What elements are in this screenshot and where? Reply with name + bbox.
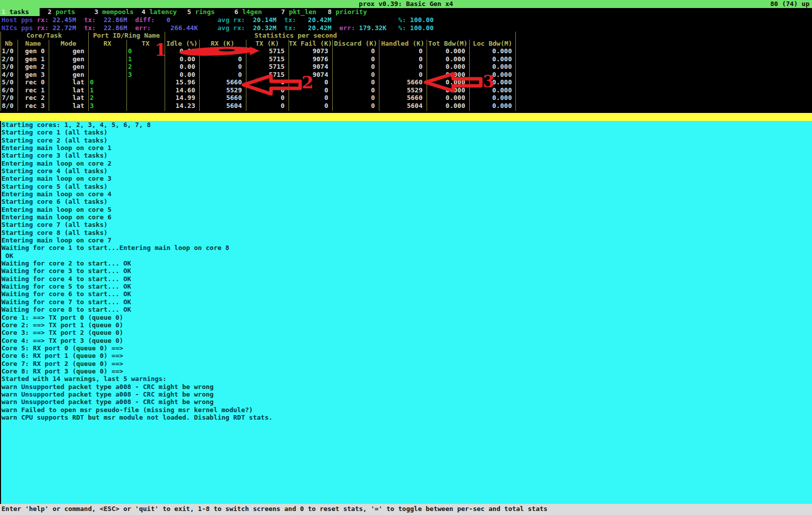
table-cell: 0 [332, 47, 379, 55]
tab-priority[interactable]: 8 priority [328, 8, 367, 16]
log-line: Core 3: ==> TX port 2 (queue 0) [2, 329, 123, 337]
log-line: warn Unsupported packet type a008 - CRC … [2, 383, 214, 391]
table-cell: 0 [199, 55, 246, 63]
table-cell: 0 [332, 102, 379, 110]
table-group-header: Core/Task [0, 32, 88, 40]
tab-pkt_len[interactable]: 7 pkt_len [281, 8, 316, 16]
log-line: Waiting for core 7 to start... OK [2, 298, 131, 306]
table-cell: 0.000 [469, 63, 516, 71]
tab-ports[interactable]: 2 ports [48, 8, 75, 16]
table-cell: 14.60 [165, 86, 199, 94]
stat-segment: 22.45M [53, 16, 76, 24]
prox-terminal: prox v0.39: Basic Gen x4 80 (74) up 1 ta… [0, 0, 812, 515]
table-cell: gen [49, 63, 88, 71]
tab-number: 6 [234, 8, 238, 16]
table-cell: lat [49, 86, 88, 94]
log-line: Waiting for core 5 to start... OK [2, 283, 131, 291]
log-line: Waiting for core 2 to start... OK [2, 260, 131, 268]
table-column-header: TX (K) [246, 40, 289, 48]
stat-segment: 100.00 [410, 16, 434, 24]
table-cell: 1 [126, 55, 165, 63]
table-cell: 0.000 [427, 71, 469, 79]
table-cell: lat [49, 94, 88, 102]
log-line: Starting core 4 (all tasks) [2, 167, 107, 175]
table-cell: 0 [246, 86, 289, 94]
table-cell: 0.000 [469, 47, 516, 55]
pps-stats-line: Host pps rx: 22.45M tx: 22.86M diff: 0 a… [2, 16, 434, 24]
table-cell: 5660 [199, 78, 246, 86]
table-cell [88, 47, 126, 55]
log-line: Entering main loop on core 4 [2, 190, 111, 198]
log-line: Starting core 2 (all tasks) [2, 137, 107, 145]
table-cell: rec 3 [18, 102, 49, 110]
table-column-header: Mode [49, 40, 88, 48]
table-cell: 5604 [199, 102, 246, 110]
tab-tasks[interactable]: 1 tasks [0, 8, 40, 16]
log-line: Core 8: RX port 3 (queue 0) ==> [2, 367, 123, 375]
table-cell: 9073 [289, 47, 332, 55]
stat-segment: tx: [76, 24, 104, 32]
table-cell: 5604 [379, 102, 427, 110]
log-line: Entering main loop on core 2 [2, 160, 111, 168]
tab-label: priority [336, 8, 367, 16]
stat-segment: 100.00 [410, 24, 434, 32]
table-cell: 4/0 [0, 71, 18, 79]
table-cell: 5660 [379, 94, 427, 102]
table-cell: 14.99 [165, 94, 199, 102]
table-cell: 0.000 [427, 63, 469, 71]
table-cell: 0 [246, 78, 289, 86]
column-separator [332, 40, 333, 111]
table-cell: 5715 [246, 63, 289, 71]
table-cell: 5660 [379, 78, 427, 86]
column-separator [469, 40, 470, 111]
stat-segment: diff: [127, 16, 159, 24]
table-cell [88, 71, 126, 79]
tab-latency[interactable]: 4 latency [142, 8, 177, 16]
table-cell: 3 [88, 102, 126, 110]
table-column-header: Loc Bdw(M) [469, 40, 516, 48]
stat-segment [171, 16, 218, 24]
title-bar: prox v0.39: Basic Gen x4 80 (74) up [0, 0, 812, 8]
table-cell: 6/0 [0, 86, 18, 94]
table-cell: 0 [379, 55, 427, 63]
table-cell: 0 [246, 102, 289, 110]
table-cell: 0 [332, 55, 379, 63]
table-cell: 0 [289, 102, 332, 110]
tab-label: mempools [102, 8, 134, 16]
table-cell: 0.00 [165, 71, 199, 79]
table-column-header: Idle (%) [165, 40, 199, 48]
tab-l4gen[interactable]: 6 l4gen [234, 8, 262, 16]
tab-label: tasks [10, 8, 29, 16]
command-input-bar[interactable]: Enter 'help' or command, <ESC> or 'quit'… [0, 504, 812, 515]
log-line: Started with 14 warnings, last 5 warning… [2, 375, 167, 383]
window-title: prox v0.39: Basic Gen x4 [359, 0, 453, 8]
table-cell: gen [49, 47, 88, 55]
log-line: Waiting for core 6 to start... OK [2, 290, 131, 298]
table-cell: 1/0 [0, 47, 18, 55]
table-cell: 0 [332, 78, 379, 86]
stat-segment: NICs pps [2, 24, 33, 32]
table-cell: 9074 [289, 71, 332, 79]
tab-mempools[interactable]: 3 mempools [94, 8, 133, 16]
stat-segment: tx: [277, 24, 300, 32]
table-cell: 5715 [246, 47, 289, 55]
table-cell [88, 63, 126, 71]
table-cell: 0 [199, 71, 246, 79]
stat-segment: tx: [76, 16, 104, 24]
table-cell: 0.000 [427, 102, 469, 110]
table-cell: 0.000 [469, 102, 516, 110]
table-cell: 0 [332, 86, 379, 94]
tab-rings[interactable]: 5 rings [187, 8, 215, 16]
stat-segment: 0 [159, 16, 170, 24]
tab-number: 8 [328, 8, 332, 16]
log-line: Core 7: RX port 2 (queue 0) ==> [2, 360, 123, 368]
log-line: Starting core 5 (all tasks) [2, 183, 107, 191]
stat-segment: 20.42M [300, 16, 332, 24]
table-cell: rec 2 [18, 94, 49, 102]
log-line: Entering main loop on core 6 [2, 213, 111, 221]
column-separator [199, 40, 200, 111]
table-cell [126, 86, 165, 94]
column-separator [49, 40, 49, 111]
table-cell: 2 [126, 63, 165, 71]
table-cell: 0.000 [427, 47, 469, 55]
